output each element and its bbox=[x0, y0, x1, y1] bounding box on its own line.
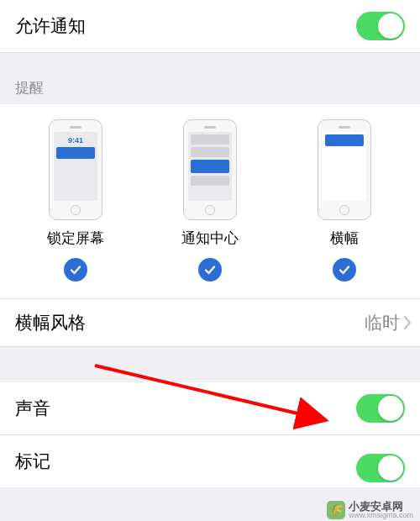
watermark-logo-icon: 🌾 bbox=[327, 501, 345, 519]
watermark: 🌾 小麦安卓网 www.xmsigma.com bbox=[327, 501, 413, 519]
banner-preview-icon bbox=[318, 119, 371, 220]
alerts-section-header: 提醒 bbox=[0, 53, 420, 104]
badges-toggle[interactable] bbox=[356, 454, 405, 482]
notification-center-checkmark-icon bbox=[198, 258, 222, 282]
sound-row: 声音 bbox=[0, 382, 420, 435]
banner-style-value: 临时 bbox=[365, 311, 400, 334]
allow-notifications-label: 允许通知 bbox=[15, 14, 86, 38]
allow-notifications-row: 允许通知 bbox=[0, 0, 420, 53]
alerts-panel: 9:41 锁定屏幕 通知中心 bbox=[0, 104, 420, 299]
banner-style-value-group: 临时 bbox=[365, 311, 412, 334]
badges-label: 标记 bbox=[15, 450, 50, 473]
notification-center-preview-icon bbox=[183, 119, 237, 220]
badges-row: 标记 bbox=[0, 435, 420, 487]
alert-option-notification-center[interactable]: 通知中心 bbox=[160, 119, 260, 282]
toggle-knob bbox=[378, 396, 403, 421]
lock-screen-checkmark-icon bbox=[64, 258, 87, 282]
alert-option-lock-screen[interactable]: 9:41 锁定屏幕 bbox=[25, 119, 126, 282]
watermark-url: www.xmsigma.com bbox=[349, 512, 413, 519]
lock-screen-time: 9:41 bbox=[68, 136, 83, 145]
banner-label: 横幅 bbox=[330, 229, 359, 248]
notification-center-label: 通知中心 bbox=[181, 229, 239, 248]
lock-screen-label: 锁定屏幕 bbox=[47, 229, 104, 248]
banner-style-row[interactable]: 横幅风格 临时 bbox=[0, 299, 420, 347]
lock-screen-preview-icon: 9:41 bbox=[49, 119, 102, 220]
toggle-knob bbox=[378, 455, 403, 481]
chevron-right-icon bbox=[403, 315, 412, 330]
allow-notifications-toggle[interactable] bbox=[356, 12, 405, 40]
banner-style-label: 横幅风格 bbox=[15, 311, 86, 334]
sound-toggle[interactable] bbox=[356, 394, 405, 423]
toggle-knob bbox=[378, 13, 403, 39]
sound-label: 声音 bbox=[15, 397, 50, 420]
banner-checkmark-icon bbox=[333, 258, 356, 282]
alert-option-banner[interactable]: 横幅 bbox=[294, 119, 395, 282]
